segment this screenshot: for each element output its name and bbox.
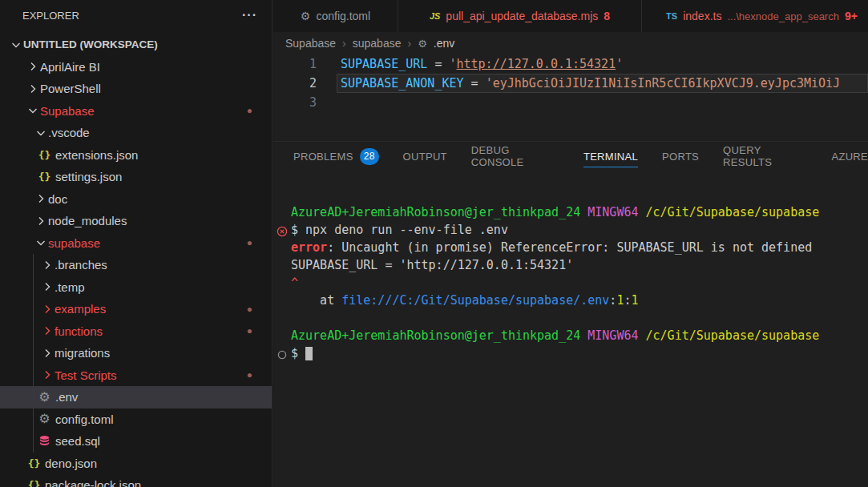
modified-dot-icon: ● — [247, 369, 252, 380]
panel-tab-label: PORTS — [662, 151, 699, 163]
chevron-right-icon — [25, 82, 40, 95]
terminal-text — [580, 328, 587, 343]
editor-tab-pull-api-update-database-mjs[interactable]: JSpull_api_update_database.mjs8 — [398, 0, 642, 32]
tree-item-label: Test Scripts — [55, 368, 117, 382]
terminal-line — [273, 309, 868, 327]
terminal[interactable]: AzureAD+JeremiahRobinson@jer_thinkpad_24… — [273, 203, 868, 487]
tree-item-settings-json[interactable]: {}settings.json — [0, 166, 272, 188]
code-line-2[interactable]: 2SUPABASE_ANON_KEY = 'eyJhbGciOiJIUzI1Ni… — [273, 74, 868, 93]
explorer-sidebar: EXPLORER ··· UNTITLED (WORKSPACE)AprilAi… — [0, 0, 273, 487]
indent-guide — [33, 254, 34, 453]
breadcrumb-segment[interactable]: supabase — [353, 37, 402, 50]
tree-item-functions[interactable]: functions● — [0, 320, 272, 343]
file-link[interactable]: file:///C:/Git/Supabase/supabase/.env — [341, 293, 609, 308]
tree-item-label: .env — [55, 390, 78, 404]
panel-tab-azure[interactable]: AZURE — [831, 142, 868, 171]
panel-tab-debug-console[interactable]: DEBUG CONSOLE — [471, 142, 559, 171]
chevron-right-icon — [39, 302, 55, 316]
line-number: 2 — [273, 74, 317, 93]
tree-item-aprilaire-bi[interactable]: AprilAire BI — [0, 56, 272, 78]
tree-item-examples[interactable]: examples● — [0, 298, 272, 320]
line-number: 1 — [273, 54, 317, 74]
terminal-line: AzureAD+JeremiahRobinson@jer_thinkpad_24… — [273, 203, 868, 221]
panel-tab-terminal[interactable]: TERMINAL — [583, 142, 638, 171]
breadcrumb-segment[interactable]: Supabase — [285, 37, 336, 50]
chevron-down-icon — [25, 104, 40, 118]
tree-item-branches[interactable]: .branches — [0, 254, 272, 276]
chevron-right-icon — [39, 346, 55, 360]
panel-tab-ports[interactable]: PORTS — [662, 142, 699, 171]
tree-item-migrations[interactable]: migrations — [0, 342, 272, 364]
tree-item-deno-json[interactable]: {}deno.json — [0, 453, 272, 475]
terminal-text: : Uncaught (in promise) ReferenceError: … — [327, 240, 812, 255]
terminal-line: $ — [273, 344, 868, 362]
tree-item-label: functions — [55, 324, 103, 338]
modified-dot-icon: ● — [247, 237, 252, 248]
json-file-icon: {} — [26, 479, 42, 487]
tree-item-seed-sql[interactable]: seed.sql — [0, 430, 272, 453]
gear-icon: ⚙ — [418, 38, 427, 49]
terminal-line: SUPABASE_URL = 'http://127.0.0.1:54321' — [273, 256, 868, 274]
tree-item-supabase[interactable]: Supabase● — [0, 100, 272, 123]
code-line-3[interactable]: 3 — [273, 93, 868, 112]
tree-item-label: .vscode — [48, 126, 90, 139]
code-token: ' — [616, 57, 623, 71]
chevron-right-icon — [39, 258, 55, 272]
panel-tab-problems[interactable]: PROBLEMS28 — [293, 142, 379, 171]
json-file-icon: {} — [37, 171, 52, 183]
tree-item-label: supabase — [48, 236, 100, 250]
terminal-text: MINGW64 — [587, 205, 638, 219]
tree-item-label: PowerShell — [40, 82, 101, 95]
editor-tab-index-ts[interactable]: TSindex.ts...\hexnode_app_search9+ — [642, 0, 868, 32]
command-failed-icon[interactable] — [277, 224, 288, 235]
terminal-text: $ — [291, 346, 305, 360]
panel-tab-output[interactable]: OUTPUT — [403, 142, 447, 171]
editor-tab-config-toml[interactable]: ⚙config.toml — [273, 0, 398, 32]
tree-item-extensions-json[interactable]: {}extensions.json — [0, 144, 272, 167]
command-pending-icon[interactable] — [277, 348, 288, 359]
tree-item-config-toml[interactable]: ⚙config.toml — [0, 409, 272, 431]
tree-item-vscode[interactable]: .vscode — [0, 122, 272, 144]
tree-item-supabase[interactable]: supabase● — [0, 232, 272, 255]
chevron-down-icon — [33, 126, 48, 139]
tree-item-label: deno.json — [45, 457, 97, 470]
tree-item-powershell[interactable]: PowerShell — [0, 78, 272, 100]
chevron-separator-icon: › — [407, 37, 411, 50]
chevron-right-icon — [33, 214, 48, 227]
tab-label: config.toml — [316, 10, 370, 22]
breadcrumb-file[interactable]: .env — [434, 37, 454, 50]
tree-item-temp[interactable]: .temp — [0, 276, 272, 299]
code-line-1[interactable]: 1SUPABASE_URL = 'http://127.0.0.1:54321' — [273, 54, 868, 74]
terminal-line: ^ — [273, 274, 868, 292]
tree-item-untitled-workspace[interactable]: UNTITLED (WORKSPACE) — [0, 34, 272, 56]
terminal-line: $ npx deno run --env-file .env — [273, 221, 868, 239]
chevron-right-icon — [25, 60, 40, 74]
terminal-text: ^ — [291, 276, 298, 290]
terminal-text: $ npx deno run --env-file .env — [291, 223, 508, 237]
tree-item-label: node_modules — [48, 214, 127, 227]
tree-item-node-modules[interactable]: node_modules — [0, 210, 272, 232]
tree-item-test-scripts[interactable]: Test Scripts● — [0, 364, 272, 387]
modified-dot-icon: ● — [247, 325, 252, 336]
tab-label: index.ts — [683, 10, 721, 22]
terminal-line: AzureAD+JeremiahRobinson@jer_thinkpad_24… — [273, 327, 868, 344]
tree-item-doc[interactable]: doc — [0, 188, 272, 211]
url-link[interactable]: http://127.0.0.1:54321 — [457, 57, 616, 71]
tree-item-env[interactable]: ⚙.env — [0, 386, 272, 409]
terminal-text: /c/Git/Supabase/supabase — [646, 205, 820, 219]
chevron-right-icon — [39, 324, 55, 338]
json-file-icon: {} — [26, 457, 42, 469]
tree-item-label: seed.sql — [55, 434, 100, 448]
editor-code[interactable]: 1SUPABASE_URL = 'http://127.0.0.1:54321'… — [273, 54, 868, 141]
panel-tab-label: QUERY RESULTS — [723, 144, 807, 168]
tab-description: ...\hexnode_app_search — [727, 10, 839, 22]
modified-dot-icon: ● — [247, 105, 252, 116]
tree-item-label: package-lock.json — [45, 478, 141, 487]
breadcrumb: Supabase›supabase›⚙.env — [273, 32, 868, 54]
vscode-window: EXPLORER ··· UNTITLED (WORKSPACE)AprilAi… — [0, 0, 868, 487]
terminal-text: error — [291, 240, 327, 255]
chevron-right-icon — [39, 368, 55, 382]
more-actions-icon[interactable]: ··· — [242, 11, 257, 19]
panel-tab-query-results[interactable]: QUERY RESULTS — [723, 142, 807, 171]
tree-item-package-lock-json[interactable]: {}package-lock.json — [0, 474, 272, 487]
